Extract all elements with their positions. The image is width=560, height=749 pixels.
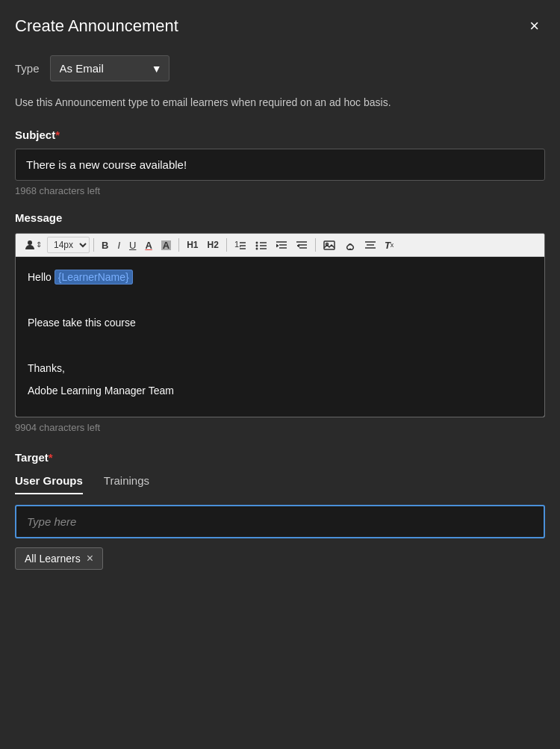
modal-title: Create Announcement [15,16,178,36]
subject-char-count: 1968 characters left [15,185,545,196]
bold-button[interactable]: B [98,238,112,252]
toolbar-separator-2 [178,238,179,252]
editor-content[interactable]: Hello {LearnerName} Please take this cou… [16,257,544,417]
target-required-indicator: * [49,451,53,464]
body-space [28,337,532,353]
tag-remove-button[interactable]: × [87,553,93,565]
svg-point-0 [28,240,32,245]
target-label: Target* [15,451,545,464]
toolbar-separator-4 [315,238,316,252]
clear-format-button[interactable]: Tx [381,238,397,252]
type-select[interactable]: As Email As Notification [50,55,169,81]
indent-button[interactable] [273,238,291,252]
modal-header: Create Announcement × [15,15,545,37]
message-section: Message ⇕ 14px 10px 12px 16px 18px [15,211,545,433]
create-announcement-modal: Create Announcement × Type As Email As N… [0,0,560,749]
body-text-2: Please take this course [28,314,532,331]
required-indicator: * [55,128,60,141]
target-section: Target* User Groups Trainings All Learne… [15,451,545,576]
editor-toolbar: ⇕ 14px 10px 12px 16px 18px 24px B I [16,234,544,257]
greeting-line: Hello {LearnerName} [28,269,532,285]
signature-line2: Adobe Learning Manager Team [28,382,532,399]
signature-line1: Thanks, [28,360,532,376]
body-text [28,291,532,308]
heading1-button[interactable]: H1 [183,238,202,252]
svg-point-7 [255,248,258,250]
svg-rect-17 [324,241,335,249]
tab-user-groups[interactable]: User Groups [15,474,83,494]
subject-input[interactable] [15,149,545,181]
rich-text-editor: ⇕ 14px 10px 12px 16px 18px 24px B I [15,233,545,417]
font-color-button[interactable]: A [141,238,155,252]
message-char-count: 9904 characters left [15,422,545,433]
ordered-list-button[interactable]: 1. [231,237,250,252]
unordered-list-button[interactable] [252,237,271,252]
svg-point-5 [255,242,258,244]
font-size-wrapper: 14px 10px 12px 16px 18px 24px [47,237,90,253]
align-button[interactable] [361,238,379,252]
insert-link-button[interactable] [340,237,360,252]
type-label: Type [15,62,40,75]
subject-section: Subject* 1968 characters left [15,128,545,196]
svg-text:1.: 1. [234,240,241,249]
message-label: Message [15,211,545,224]
tag-label: All Learners [25,553,81,565]
target-search-input[interactable] [15,505,545,538]
italic-button[interactable]: I [113,238,124,252]
outdent-button[interactable] [293,238,311,252]
selected-tags: All Learners × [15,547,545,576]
type-row: Type As Email As Notification ▼ [15,55,545,81]
toolbar-separator-3 [226,238,227,252]
insert-variable-button[interactable]: ⇕ [20,237,46,253]
target-tabs: User Groups Trainings [15,474,545,494]
tag-all-learners: All Learners × [15,547,103,570]
learner-name-tag: {LearnerName} [55,270,133,285]
subject-label: Subject* [15,128,545,141]
svg-point-6 [255,245,258,247]
type-select-wrapper: As Email As Notification ▼ [50,55,169,81]
highlight-button[interactable]: A [158,238,175,252]
type-description: Use this Announcement type to email lear… [15,95,545,111]
toolbar-separator-1 [93,238,94,252]
close-button[interactable]: × [523,15,545,37]
insert-image-button[interactable] [320,238,339,252]
tab-trainings[interactable]: Trainings [104,474,149,494]
underline-button[interactable]: U [125,238,140,252]
font-size-select[interactable]: 14px 10px 12px 16px 18px 24px [47,237,90,253]
heading2-button[interactable]: H2 [204,238,223,252]
